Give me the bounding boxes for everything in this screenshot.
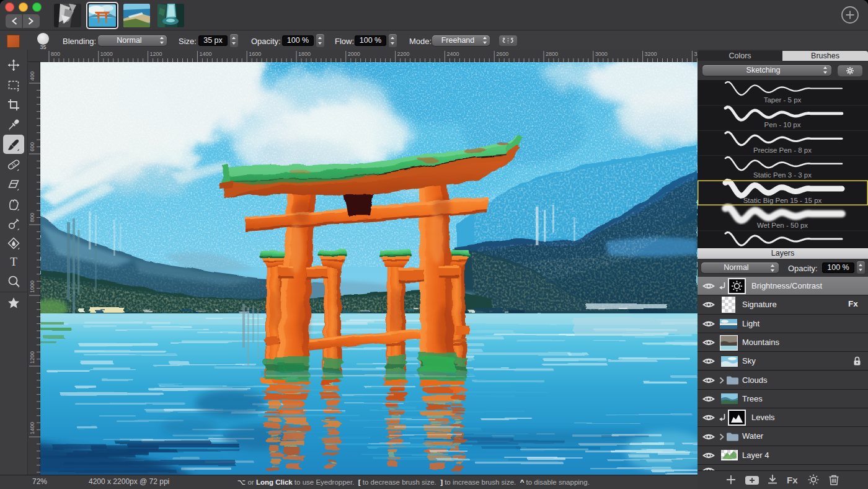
svg-text:1200: 1200: [29, 351, 35, 364]
svg-text:800: 800: [51, 51, 60, 57]
svg-text:Static Pen 3 - 3 px: Static Pen 3 - 3 px: [753, 171, 812, 179]
svg-text:Taper - 5 px: Taper - 5 px: [764, 96, 802, 104]
svg-text:3200: 3200: [645, 51, 657, 57]
svg-text:600: 600: [29, 142, 35, 151]
svg-text:1000: 1000: [29, 280, 35, 293]
svg-text:Fx: Fx: [787, 475, 798, 485]
svg-text:1600: 1600: [249, 51, 261, 57]
svg-text:400: 400: [29, 71, 35, 81]
svg-text:3000: 3000: [595, 51, 608, 57]
svg-text:1000: 1000: [100, 51, 113, 57]
svg-text:2600: 2600: [496, 51, 508, 57]
svg-text:T: T: [10, 255, 17, 268]
svg-text:Wet Pen - 50 px: Wet Pen - 50 px: [757, 222, 808, 229]
svg-text:Static Big Pen 15 - 15 px: Static Big Pen 15 - 15 px: [743, 197, 822, 204]
svg-text:1800: 1800: [298, 51, 311, 57]
svg-text:2800: 2800: [546, 51, 558, 57]
svg-text:Precise Pen - 8 px: Precise Pen - 8 px: [753, 146, 812, 154]
svg-text:2200: 2200: [397, 51, 410, 57]
svg-text:800: 800: [29, 213, 35, 222]
svg-text:1400: 1400: [199, 51, 211, 57]
svg-text:1400: 1400: [29, 422, 35, 434]
svg-text:2000: 2000: [348, 51, 360, 57]
svg-text:2400: 2400: [446, 51, 459, 57]
svg-text:Pen - 10 px: Pen - 10 px: [764, 121, 801, 128]
svg-text:1200: 1200: [150, 51, 162, 57]
